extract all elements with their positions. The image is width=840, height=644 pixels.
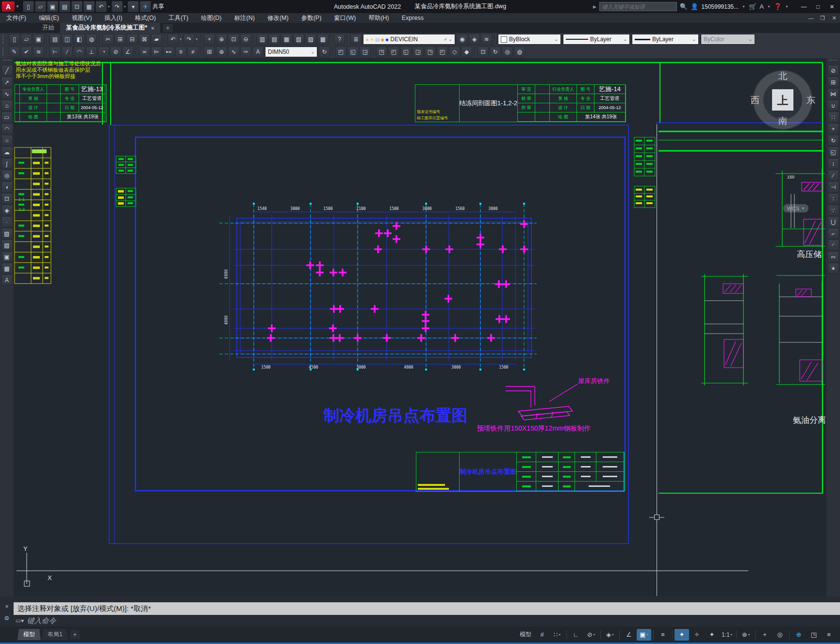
doc-close-button[interactable]: ✕ <box>828 15 840 21</box>
circle-icon[interactable]: ○ <box>1 135 13 146</box>
layer-translate-icon[interactable]: ≋ <box>33 47 44 58</box>
qat-customize-icon[interactable]: ▾ <box>128 1 139 12</box>
view-left-icon[interactable]: ◱ <box>400 47 412 58</box>
view-sw-iso-icon[interactable]: ◇ <box>449 47 460 58</box>
annotation-visibility-toggle[interactable]: ✦ <box>675 629 689 641</box>
dim-update-icon[interactable]: ↻ <box>319 47 330 58</box>
menu-parametric[interactable]: 参数(P) <box>295 13 328 23</box>
share-label[interactable]: 共享 <box>152 2 164 11</box>
ucs-face-icon[interactable]: ◲ <box>360 47 371 58</box>
rotate-icon[interactable]: ↻ <box>828 135 839 146</box>
publish-icon[interactable]: ◧ <box>74 34 85 45</box>
user-name[interactable]: 1505999135... <box>701 3 739 10</box>
make-object-layer-current-icon[interactable]: ◉ <box>457 34 468 45</box>
new-tab-button[interactable]: + <box>163 24 173 32</box>
scale-value-toggle[interactable]: 1:1▾ <box>720 629 734 641</box>
scale-icon[interactable]: ◱ <box>828 146 839 158</box>
view-bottom-icon[interactable]: ◰ <box>388 47 399 58</box>
dim-text-edit-icon[interactable]: A <box>252 47 264 58</box>
layer-on-icon-icon[interactable]: ● <box>366 37 369 42</box>
linetype-combo[interactable]: ByLayer⌄ <box>563 34 630 45</box>
tab-current-drawing[interactable]: 某食品冷库氨制冷系统施工图* × <box>60 23 160 33</box>
blend-curves-icon[interactable]: ∾ <box>828 251 839 262</box>
dim-linear-icon[interactable]: ⊢ <box>49 47 61 58</box>
region-icon[interactable]: ▣ <box>1 251 13 262</box>
layer-lock-icon-icon[interactable]: ◆ <box>380 37 384 42</box>
dim-aligned-icon[interactable]: ∕ <box>62 47 73 58</box>
help-icon[interactable]: ❓ <box>774 3 782 10</box>
help-icon[interactable]: ? <box>334 34 345 45</box>
clean-screen-toggle[interactable]: ◳ <box>807 629 821 641</box>
qsave-icon[interactable]: ▣ <box>33 34 44 45</box>
plot-icon[interactable]: ▤ <box>49 34 61 45</box>
model-space-label[interactable]: 模型 <box>517 630 534 639</box>
undo-icon[interactable]: ↶▾ <box>167 34 179 45</box>
dim-edit-icon[interactable]: ✑ <box>240 47 251 58</box>
layer-properties-icon[interactable]: ≣ <box>350 34 362 45</box>
cut-clip-icon[interactable]: ✂ <box>102 34 114 45</box>
toolbar-grip[interactable] <box>829 60 838 64</box>
lineweight-display-toggle[interactable]: ≡ <box>656 629 670 641</box>
view-back-icon[interactable]: ◰ <box>437 47 448 58</box>
new-icon[interactable]: ▯ <box>23 1 34 12</box>
object-snap-tracking-toggle[interactable]: ∠ <box>622 629 636 641</box>
ellipse-icon[interactable]: ◎ <box>1 170 13 181</box>
copy-icon[interactable]: ⊞ <box>828 77 839 88</box>
help-caret-icon[interactable]: ▼ <box>785 5 789 8</box>
render-icon[interactable]: ◎ <box>502 47 513 58</box>
rectangle-icon[interactable]: ▭ <box>1 112 13 123</box>
stretch-icon[interactable]: ↕ <box>828 158 839 169</box>
zoom-realtime-icon[interactable]: ⊕ <box>216 34 227 45</box>
autodesk-a-icon[interactable]: A <box>759 3 764 10</box>
open-file-icon[interactable]: ▱ <box>21 34 32 45</box>
a-caret-icon[interactable]: ▼ <box>767 5 771 8</box>
pan-realtime-icon[interactable]: + <box>204 34 215 45</box>
menu-file[interactable]: 文件(F) <box>0 13 33 23</box>
properties-palette-icon[interactable]: ▥ <box>257 34 268 45</box>
toolbar-grip[interactable] <box>2 35 7 44</box>
menu-view[interactable]: 视图(V) <box>66 13 99 23</box>
zoom-window-icon[interactable]: ⊡ <box>228 34 239 45</box>
ucs-object-icon[interactable]: ◱ <box>347 47 359 58</box>
fillet-icon[interactable]: ◜ <box>828 240 839 251</box>
quick-calc-icon[interactable]: ▩ <box>317 34 329 45</box>
layer-combo[interactable]: ●☀▤◆■ DEVICEIN ✓ ⌄ <box>363 34 455 45</box>
move-icon[interactable]: + <box>828 123 839 134</box>
tolerance-icon[interactable]: ⊞ <box>204 47 215 58</box>
dim-space-icon[interactable]: ≡ <box>175 47 186 58</box>
dim-break-icon[interactable]: ≠ <box>187 47 198 58</box>
dim-angular-icon[interactable]: ∠ <box>122 47 133 58</box>
wcs-button[interactable]: WCS▼ <box>783 204 808 212</box>
join-icon[interactable]: ⋃ <box>828 216 839 227</box>
save-as-icon[interactable]: ▤ <box>59 1 70 12</box>
minimize-button[interactable]: — <box>797 0 811 13</box>
polyline-icon[interactable]: ∿ <box>1 88 13 99</box>
user-caret-icon[interactable]: ▼ <box>742 5 745 8</box>
search-input[interactable] <box>599 2 677 11</box>
erase-icon[interactable]: ⊘ <box>828 65 839 76</box>
annotation-scale-toggle[interactable]: ✦ <box>705 629 719 641</box>
command-close-icon[interactable]: × <box>5 603 8 610</box>
copy-clip-icon[interactable]: ⊞ <box>115 34 126 45</box>
construction-line-icon[interactable]: ↗ <box>1 77 13 88</box>
ellipse-arc-icon[interactable]: ◖ <box>1 181 13 193</box>
ucs-world-icon[interactable]: ◰ <box>335 47 346 58</box>
autocad-logo-icon[interactable]: A <box>2 1 15 12</box>
designcenter-icon[interactable]: ▤ <box>269 34 280 45</box>
polygon-icon[interactable]: ⌂ <box>1 100 13 111</box>
open-icon[interactable]: ▱ <box>35 1 46 12</box>
doc-restore-button[interactable]: ❐ <box>817 15 828 21</box>
auto-annotation-scale-toggle[interactable]: ✧ <box>690 629 704 641</box>
workspace-switching-toggle[interactable]: ⊛▾ <box>739 629 753 641</box>
menu-modify[interactable]: 修改(M) <box>261 13 295 23</box>
tool-palettes-icon[interactable]: ▦ <box>281 34 292 45</box>
app-store-cart-icon[interactable]: 🛒 <box>749 3 757 10</box>
polar-tracking-toggle[interactable]: ⊘▾ <box>584 629 598 641</box>
share-icon[interactable]: ✈ <box>140 1 151 12</box>
zoom-previous-icon[interactable]: ⊖ <box>240 34 251 45</box>
menu-window[interactable]: 窗口(W) <box>328 13 362 23</box>
view-right-icon[interactable]: ◲ <box>412 47 424 58</box>
ortho-mode-toggle[interactable]: ∟ <box>569 629 583 641</box>
revision-cloud-icon[interactable]: ☁ <box>1 146 13 158</box>
paste-block-icon[interactable]: ⊠ <box>139 34 150 45</box>
